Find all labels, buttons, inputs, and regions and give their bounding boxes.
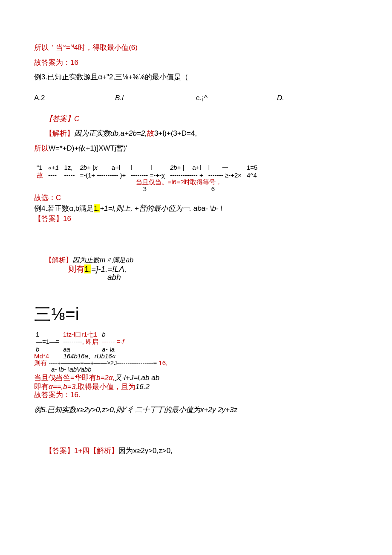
analysis-body-2: 因为止数m〃满足ab xyxy=(72,256,133,264)
fr1-gu: 故 xyxy=(34,171,46,179)
choice-a: A.2 xyxy=(34,93,115,104)
fr1-t5: l xyxy=(128,164,148,171)
analysis-label-1: 【解析】 xyxy=(45,129,74,137)
eqnote-a: 当且仅当。=l6=? xyxy=(136,178,184,186)
fr1-t0: "1 xyxy=(34,164,46,171)
th1-hl: 1. xyxy=(84,264,91,273)
sl-d: 16.2 xyxy=(135,383,150,391)
th2-b: ----+———=—+——≥2J-----------------= xyxy=(49,359,157,366)
ex4-c: +1=l,则上, +普的最小值为一. aba- \b- \ xyxy=(100,204,222,212)
solve-line: 即有α==,3b=3,取得最小值，且为16.2 xyxy=(34,384,358,390)
fraction-row-2: 1 1tz-l口r1七1 b —=1—= ---------, 即启 -----… xyxy=(34,331,126,353)
fr2-b2: a- \a xyxy=(100,346,126,353)
choices-row: A.2 B.l c.¡^ D. xyxy=(34,93,358,104)
example-3-stem: 例3.已知正实数源且α+"2,三⅛+⅜⅛的最小值是（ xyxy=(34,72,358,83)
fr2-m1: --------- xyxy=(63,338,82,345)
th2-bot: a- \b- \abVabb xyxy=(34,366,92,373)
fraction-row-1: "1 «+1 1z, 2b+ |x a+l l l 2b+ | a+l l 一 … xyxy=(34,164,260,179)
th1-c: =]-1.=!LΛ, xyxy=(91,264,127,273)
th1-d: abh xyxy=(68,273,121,282)
conclusion-prefix: 所以＇当°=ᴹ4时，得 xyxy=(34,44,100,52)
fr1-t1: «+1 xyxy=(46,164,61,171)
ans5-a: 【答案】1+四 xyxy=(45,447,89,455)
answer-analysis-5: 【答案】1+四【解析】因为x≥2y>0,z>0, xyxy=(34,446,358,456)
fr2-b0: b xyxy=(34,346,61,353)
choice-d: D. xyxy=(277,93,358,104)
fr2-t2: b xyxy=(100,331,126,338)
fr2-m4: =-f xyxy=(116,338,124,345)
sl-a: 即有 xyxy=(34,383,49,391)
document-root: 所以＇当°=ᴹ4时，得取最小值(6) 故答案为：16 例3.已知正实数源且α+"… xyxy=(0,0,392,474)
eqnote-6: 6 xyxy=(211,185,215,192)
fr1-t2: 1z, xyxy=(61,164,77,171)
equality-note-1: 当且仅当。=l6=?吋取得等号， 36 xyxy=(89,179,268,193)
sl-b1: α==, xyxy=(49,383,63,391)
fr1-t8: a+l xyxy=(190,164,205,171)
fr1-m6: ------- ≥-+2× xyxy=(206,171,244,179)
line-1: 所以＇当°=ᴹ4时，得取最小值(6) xyxy=(34,43,358,53)
choice-b: B.l xyxy=(115,93,196,104)
sl-c: 取得最小值，且为 xyxy=(78,383,135,391)
fr1-right: 4^4 xyxy=(244,171,260,179)
analysis-body-1a: 因为正实数db,a+2b=2, xyxy=(74,129,147,137)
so-line: 所以W=*+D)+依+1)]XWTj暂)' xyxy=(34,143,358,154)
answer-16-c: 故答案为：16. xyxy=(34,390,358,401)
big-equation: 三⅛=i xyxy=(34,302,358,326)
fr1-m1: ---- xyxy=(46,171,61,179)
example-4-stem: 例4.若正数α,b满足1.+1=l,则上, +普的最小值为一. aba- \b-… xyxy=(34,203,358,214)
analysis-body-1b: 3+l)+(3+D=4, xyxy=(154,129,197,137)
th1-a: 则有 xyxy=(68,264,84,273)
fr1-t7: 2b+ | xyxy=(167,164,190,171)
fr2-m0: —=1—= xyxy=(36,338,60,345)
fr1-m4: -------- =-+-χ xyxy=(128,171,167,179)
eqnote-3: 3 xyxy=(143,186,211,193)
md4-a: Md*4 xyxy=(34,352,49,360)
th2-a: 则有 xyxy=(34,359,47,366)
th2-c: 16, xyxy=(159,359,167,366)
eq2-b: b=2α, xyxy=(96,374,115,382)
fr1-t4: a+l xyxy=(109,164,129,171)
md4-b: 164b16a、rUb16« xyxy=(63,352,115,360)
ans5-b: 【解析】 xyxy=(89,447,118,455)
ans5-c: 因为x≥2y>0,z>0, xyxy=(118,447,173,455)
example-5-stem: 例5.已知实数x≥2y>0,z>0,则r`彳二十丁丁的最小值为x+2y 2y+3… xyxy=(34,405,358,416)
fr2-m3: ------ xyxy=(102,338,115,345)
eq2-a: 当且仅当竺=华即有 xyxy=(34,374,96,382)
equality-line-2: 当且仅当竺=华即有b=2α,又·i+J=l,ab ab xyxy=(34,373,358,384)
ex4-a: 例4.若正数α,b满足 xyxy=(34,204,94,212)
fr1-t6: l xyxy=(148,164,167,171)
answer-16-b: 【答案】16 xyxy=(34,214,358,224)
fr1-m3: =-(1+ ---------- )+ xyxy=(77,171,128,179)
so-body: W=*+D)+依+1)]XWTj暂)' xyxy=(49,144,127,152)
so-prefix: 所以 xyxy=(34,144,49,152)
then-have-1: 则有1.=]-1.=!LΛ, abh xyxy=(34,265,358,281)
fr2-b1: aa xyxy=(61,346,100,353)
fr1-t10: 一 xyxy=(219,164,244,171)
analysis-2: 【解析】因为止数m〃满足ab xyxy=(34,255,358,265)
answer-16-a: 故答案为：16 xyxy=(34,58,358,68)
conclusion-value: 取最小值(6) xyxy=(100,44,138,52)
eq2-c: 又·i+J=l,ab ab xyxy=(115,374,159,382)
ex4-hl: 1. xyxy=(94,204,100,212)
analysis-gu: 故 xyxy=(147,129,154,137)
sl-sup3: 3 xyxy=(54,377,57,382)
analysis-label-2: 【解析】 xyxy=(45,256,72,264)
fr1-t3: 2b+ |x xyxy=(77,164,109,171)
fr1-m2: ----- xyxy=(61,171,77,179)
analysis-1: 【解析】因为正实数db,a+2b=2,故3+l)+(3+D=4, xyxy=(34,128,358,139)
sl-b2: b=3, xyxy=(63,383,78,391)
fr1-t9: l xyxy=(206,164,220,171)
fr2-t1: 1tz-l口r1七1 xyxy=(63,331,97,338)
eqnote-b: 吋取得等号， xyxy=(184,178,222,186)
md4-block: Md*4 164b16a、rUb16« 则有 ----+———=—+——≥2J-… xyxy=(34,353,358,373)
answer-c: 【答案】C xyxy=(34,114,358,125)
select-c: 故选：C xyxy=(34,193,358,203)
fr1-t11: 1=5 xyxy=(244,164,260,171)
choice-c: c.¡^ xyxy=(196,93,277,104)
fr2-m2: , 即启 xyxy=(82,338,98,345)
fr2-t0: 1 xyxy=(34,331,61,338)
fr1-m5: ------------- + xyxy=(167,171,206,179)
